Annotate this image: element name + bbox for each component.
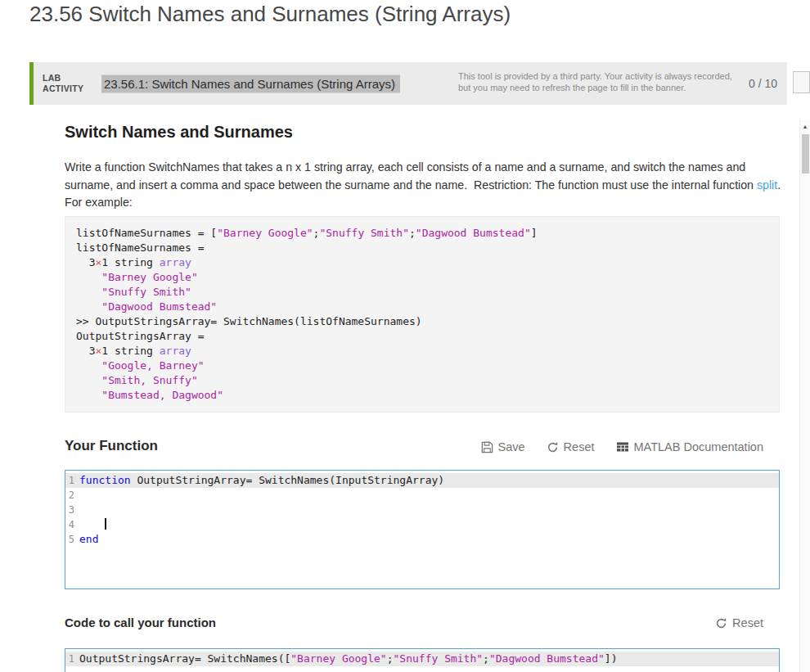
code-line: 3×1 string array bbox=[76, 255, 768, 270]
code-line: "Barney Google" bbox=[76, 270, 768, 285]
score-display: 0 / 10 bbox=[749, 77, 777, 90]
code-line: >> OutputStringsArray= SwitchNames(listO… bbox=[76, 314, 768, 329]
notice-line1: This tool is provided by a third party. … bbox=[458, 70, 732, 82]
code-line: 2 bbox=[65, 488, 779, 503]
editor-toolbar: Save Reset MATLAB Documentation bbox=[481, 440, 763, 453]
notice-line2: but you may need to refresh the page to … bbox=[458, 82, 732, 93]
reset-button-label: Reset bbox=[564, 440, 595, 453]
problem-heading: Switch Names and Surnames bbox=[65, 123, 293, 142]
lab-label-line2: ACTIVITY bbox=[43, 83, 83, 94]
text-cursor bbox=[105, 518, 106, 530]
for-example-label: For example: bbox=[65, 194, 783, 212]
example-output-block: listOfNameSurnames = ["Barney Google";"S… bbox=[65, 216, 780, 413]
split-link[interactable]: split bbox=[757, 178, 777, 192]
reset-button[interactable]: Reset bbox=[547, 440, 595, 453]
save-button-label: Save bbox=[498, 440, 525, 453]
matlab-documentation-button[interactable]: MATLAB Documentation bbox=[616, 440, 764, 453]
call-reset-icon bbox=[715, 617, 727, 629]
documentation-icon bbox=[616, 440, 629, 453]
activity-title: 23.56.1: Switch Names and Surnames (Stri… bbox=[101, 77, 400, 91]
page-title: 23.56 Switch Names and Surnames (String … bbox=[29, 2, 511, 27]
lab-label-line1: LAB bbox=[43, 73, 83, 83]
code-line: "Dagwood Bumstead" bbox=[76, 300, 768, 314]
activity-accent-bar bbox=[29, 62, 34, 105]
problem-description: Write a function SwitchNames that takes … bbox=[65, 159, 783, 212]
code-line: 1function OutputStringArray= SwitchNames… bbox=[65, 473, 779, 488]
call-reset-label: Reset bbox=[732, 616, 763, 629]
line-number: 1 bbox=[65, 473, 79, 488]
code-line: 3×1 string array bbox=[76, 344, 768, 359]
call-code-heading: Code to call your function bbox=[65, 616, 216, 629]
code-line: "Smith, Snuffy" bbox=[76, 373, 768, 388]
lab-activity-label: LAB ACTIVITY bbox=[43, 73, 83, 94]
line-number: 2 bbox=[65, 488, 79, 503]
scrollbar[interactable]: ▲ bbox=[799, 120, 810, 672]
line-number: 4 bbox=[65, 517, 79, 532]
call-editor[interactable]: 1OutputStringsArray= SwitchNames(["Barne… bbox=[65, 648, 780, 672]
code-line: OutputStringsArray = bbox=[76, 329, 768, 344]
save-button[interactable]: Save bbox=[481, 440, 525, 453]
code-line: 4 bbox=[65, 517, 779, 532]
code-line: 5end bbox=[65, 532, 779, 547]
lab-activity-banner: LAB ACTIVITY 23.56.1: Switch Names and S… bbox=[29, 62, 787, 105]
scrollbar-thumb[interactable] bbox=[802, 134, 809, 174]
activity-title-text: 23.56.1: Switch Names and Surnames (Stri… bbox=[101, 75, 400, 93]
code-line: 1OutputStringsArray= SwitchNames(["Barne… bbox=[65, 652, 779, 666]
description-text-2: . bbox=[777, 178, 781, 192]
code-line: 3 bbox=[65, 503, 779, 517]
description-text-1: Write a function SwitchNames that takes … bbox=[65, 160, 757, 192]
matlab-documentation-label: MATLAB Documentation bbox=[634, 440, 764, 453]
your-function-heading: Your Function bbox=[65, 438, 158, 454]
line-number: 1 bbox=[65, 652, 79, 666]
code-line: listOfNameSurnames = ["Barney Google";"S… bbox=[76, 226, 768, 241]
code-line: "Google, Barney" bbox=[76, 359, 768, 373]
line-number: 3 bbox=[65, 503, 79, 517]
reset-icon bbox=[547, 441, 559, 453]
save-icon bbox=[481, 441, 493, 453]
banner-side-button[interactable] bbox=[793, 71, 810, 93]
function-editor[interactable]: 1function OutputStringArray= SwitchNames… bbox=[65, 470, 780, 589]
code-line: "Bumstead, Dagwood" bbox=[76, 388, 768, 403]
scrollbar-up-button[interactable]: ▲ bbox=[800, 120, 810, 132]
call-reset-button[interactable]: Reset bbox=[715, 616, 763, 629]
line-number: 5 bbox=[65, 532, 79, 547]
problem-description-paragraph: Write a function SwitchNames that takes … bbox=[65, 159, 783, 194]
code-line: listOfNameSurnames = bbox=[76, 241, 768, 255]
code-line: "Snuffy Smith" bbox=[76, 285, 768, 300]
third-party-notice: This tool is provided by a third party. … bbox=[458, 70, 732, 93]
